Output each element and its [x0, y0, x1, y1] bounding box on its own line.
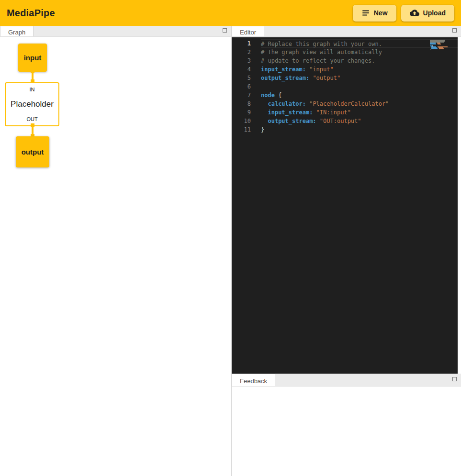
upload-button-label: Upload [423, 9, 446, 17]
code-line: calculator: "PlaceholderCalculator" [261, 100, 458, 108]
upload-button[interactable]: Upload [401, 5, 454, 22]
editor-panel: Editor 1234567891011 # Replace this grap… [232, 26, 461, 374]
code-line: input_stream: "input" [261, 65, 458, 74]
code-line: # The graph view will automatically [261, 48, 458, 56]
minimap-line [430, 49, 450, 50]
input-node-label: input [24, 54, 42, 62]
tab-graph[interactable]: Graph [0, 26, 34, 36]
code-line: node { [261, 91, 458, 100]
app-header: MediaPipe New Upload [0, 0, 461, 26]
code-line: # update to reflect your changes. [261, 56, 458, 65]
graph-canvas[interactable]: input IN Placeholder OUT output [0, 37, 231, 476]
graph-node-output[interactable]: output [16, 136, 49, 167]
output-node-label: output [22, 148, 44, 156]
popout-icon[interactable] [223, 28, 227, 33]
menu-icon [361, 9, 370, 17]
feedback-panel: Feedback [232, 374, 461, 476]
line-number: 1 [232, 39, 251, 48]
line-number: 9 [232, 108, 251, 117]
tab-graph-label: Graph [8, 29, 25, 36]
graph-node-input[interactable]: input [18, 44, 47, 72]
line-numbers: 1234567891011 [232, 39, 251, 374]
code-line [261, 82, 458, 91]
code-line: output_stream: "output" [261, 74, 458, 82]
graph-panel: Graph input IN Placeholder OUT output [0, 26, 232, 476]
tab-editor-label: Editor [240, 29, 256, 36]
right-column: Editor 1234567891011 # Replace this grap… [232, 26, 461, 476]
placeholder-out-port-label: OUT [26, 116, 37, 122]
placeholder-in-port-label: IN [30, 87, 35, 92]
line-number: 10 [232, 117, 251, 125]
line-number: 2 [232, 48, 251, 56]
editor-tab-strip: Editor [232, 26, 461, 37]
app-title: MediaPipe [7, 8, 55, 19]
line-number: 4 [232, 65, 251, 74]
line-number: 6 [232, 82, 251, 91]
cloud-upload-icon [410, 8, 419, 18]
code-line: } [261, 125, 458, 134]
header-actions: New Upload [353, 5, 454, 22]
code-lines: # Replace this graph with your own.# The… [251, 39, 458, 374]
tab-feedback-label: Feedback [240, 377, 267, 385]
feedback-tab-strip: Feedback [232, 374, 461, 387]
feedback-content [232, 387, 461, 476]
code-line: output_stream: "OUT:output" [261, 117, 458, 125]
graph-node-placeholder[interactable]: IN Placeholder OUT [5, 82, 59, 126]
code-line: input_stream: "IN:input" [261, 108, 458, 117]
line-number: 3 [232, 56, 251, 65]
popout-icon[interactable] [452, 377, 457, 381]
placeholder-node-title: Placeholder [11, 100, 54, 109]
code-line: # Replace this graph with your own. [261, 39, 458, 48]
tab-feedback[interactable]: Feedback [232, 374, 275, 386]
minimap[interactable] [430, 40, 450, 50]
new-button[interactable]: New [353, 5, 396, 22]
new-button-label: New [374, 9, 388, 17]
line-number: 8 [232, 100, 251, 108]
tab-editor[interactable]: Editor [232, 26, 264, 36]
graph-tab-strip: Graph [0, 26, 231, 37]
line-number: 7 [232, 91, 251, 100]
workspace: Graph input IN Placeholder OUT output [0, 26, 461, 476]
line-number: 5 [232, 74, 251, 82]
code-editor[interactable]: 1234567891011 # Replace this graph with … [232, 37, 458, 374]
line-number: 11 [232, 125, 251, 134]
popout-icon[interactable] [452, 28, 457, 33]
